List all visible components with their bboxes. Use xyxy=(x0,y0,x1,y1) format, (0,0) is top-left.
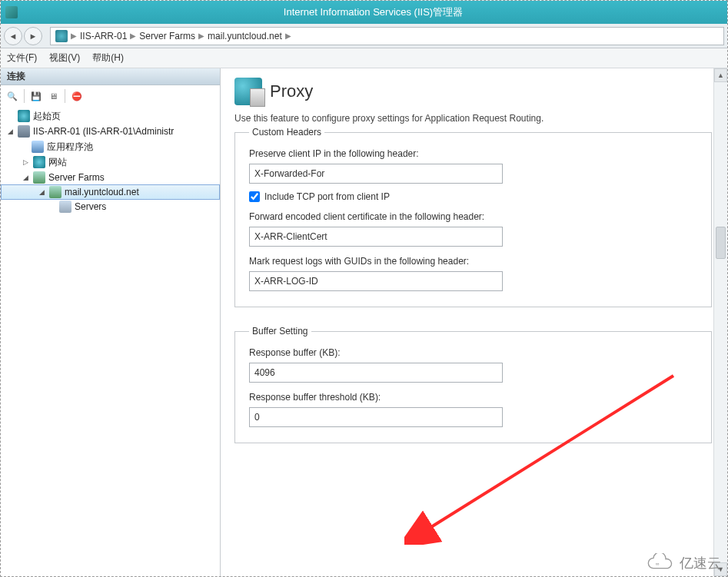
tree-app-pools[interactable]: 应用程序池 xyxy=(1,139,220,154)
tree-label: 应用程序池 xyxy=(47,141,93,154)
app-icon xyxy=(5,6,18,18)
log-guid-input[interactable] xyxy=(249,271,503,291)
tree-label: IIS-ARR-01 (IIS-ARR-01\Administr xyxy=(33,126,174,137)
vertical-scrollbar[interactable]: ▲ ▼ xyxy=(713,68,727,576)
globe-icon xyxy=(18,110,30,122)
tree-expander[interactable]: ◢ xyxy=(37,188,46,196)
preserve-ip-input[interactable] xyxy=(249,164,503,184)
svg-text:∞: ∞ xyxy=(656,561,660,566)
feature-pane: Proxy Use this feature to configure prox… xyxy=(221,68,727,576)
chevron-right-icon: ▶ xyxy=(130,32,136,40)
tree-expander[interactable]: ◢ xyxy=(5,128,15,135)
tree-expander[interactable]: ▷ xyxy=(21,158,30,166)
tree-server-farms[interactable]: ◢ Server Farms xyxy=(1,170,220,185)
nav-toolbar: ◄ ► ▶ IIS-ARR-01 ▶ Server Farms ▶ mail.y… xyxy=(1,24,727,48)
include-tcp-label: Include TCP port from client IP xyxy=(264,191,390,202)
proxy-icon xyxy=(234,78,262,105)
client-cert-input[interactable] xyxy=(249,227,503,247)
tree-label: mail.yuntcloud.net xyxy=(65,187,139,197)
servers-icon xyxy=(59,201,71,213)
save-icon[interactable]: 💾 xyxy=(29,89,43,103)
chevron-right-icon: ▶ xyxy=(285,32,291,40)
expand-icon[interactable]: 🖥 xyxy=(46,89,60,103)
farm-node-icon xyxy=(49,186,61,198)
window-title: Internet Information Services (IIS)管理器 xyxy=(24,5,723,19)
response-buffer-label: Response buffer (KB): xyxy=(249,347,697,358)
connections-header: 连接 xyxy=(1,68,220,85)
chevron-right-icon: ▶ xyxy=(198,32,204,40)
include-tcp-checkbox[interactable] xyxy=(249,191,260,202)
custom-headers-group: Custom Headers Preserve client IP in the… xyxy=(234,127,712,307)
tree-start-page[interactable]: 起始页 xyxy=(1,108,220,124)
buffer-setting-legend: Buffer Setting xyxy=(249,326,311,337)
tree-farm-selected[interactable]: ◢ mail.yuntcloud.net xyxy=(1,184,220,200)
response-buffer-threshold-label: Response buffer threshold (KB): xyxy=(249,392,697,403)
buffer-setting-group: Buffer Setting Response buffer (KB): Res… xyxy=(234,326,712,443)
stop-icon[interactable]: ⛔ xyxy=(70,89,84,103)
watermark-cloud-icon: ∞ xyxy=(644,553,675,573)
tree-label: 网站 xyxy=(48,156,67,169)
scroll-thumb[interactable] xyxy=(716,227,726,259)
connections-tree: 起始页 ◢ IIS-ARR-01 (IIS-ARR-01\Administr 应… xyxy=(1,107,220,576)
menu-bar: 文件(F) 视图(V) 帮助(H) xyxy=(1,48,727,68)
preserve-ip-label: Preserve client IP in the following head… xyxy=(249,148,697,159)
page-title: Proxy xyxy=(270,81,313,101)
site-icon xyxy=(33,156,45,168)
pool-icon xyxy=(32,141,44,153)
farm-icon xyxy=(33,171,45,184)
tree-servers[interactable]: Servers xyxy=(1,199,220,214)
tree-label: Servers xyxy=(75,201,106,212)
breadcrumb[interactable]: ▶ IIS-ARR-01 ▶ Server Farms ▶ mail.yuntc… xyxy=(50,27,724,45)
menu-view[interactable]: 视图(V) xyxy=(49,51,80,65)
chevron-right-icon: ▶ xyxy=(71,32,77,40)
client-cert-label: Forward encoded client certificate in th… xyxy=(249,211,697,222)
nav-back-button[interactable]: ◄ xyxy=(4,27,22,45)
custom-headers-legend: Custom Headers xyxy=(249,127,324,138)
breadcrumb-farms[interactable]: Server Farms xyxy=(139,31,195,41)
log-guid-label: Mark request logs with GUIDs in the foll… xyxy=(249,256,697,267)
page-heading: Proxy xyxy=(234,78,712,105)
window-titlebar: Internet Information Services (IIS)管理器 xyxy=(1,1,727,24)
breadcrumb-root-icon xyxy=(55,30,68,42)
menu-help[interactable]: 帮助(H) xyxy=(92,51,124,65)
tree-label: Server Farms xyxy=(48,172,105,183)
separator xyxy=(24,89,25,103)
watermark-text: 亿速云 xyxy=(680,554,721,572)
breadcrumb-farm-name[interactable]: mail.yuntcloud.net xyxy=(208,31,282,41)
connect-icon[interactable]: 🔍 xyxy=(5,89,19,103)
tree-host[interactable]: ◢ IIS-ARR-01 (IIS-ARR-01\Administr xyxy=(1,124,220,139)
nav-forward-button[interactable]: ► xyxy=(24,27,42,45)
include-tcp-checkbox-row[interactable]: Include TCP port from client IP xyxy=(249,191,697,202)
tree-expander[interactable]: ◢ xyxy=(21,174,30,181)
response-buffer-input[interactable] xyxy=(249,363,503,383)
watermark: ∞ 亿速云 xyxy=(644,553,721,573)
response-buffer-threshold-input[interactable] xyxy=(249,407,503,427)
separator xyxy=(65,89,65,103)
menu-file[interactable]: 文件(F) xyxy=(7,51,37,65)
tree-label: 起始页 xyxy=(33,110,61,123)
connections-panel: 连接 🔍 💾 🖥 ⛔ 起始页 ◢ IIS-ARR-01 (IIS-ARR-01\… xyxy=(1,68,221,576)
server-icon xyxy=(18,125,30,138)
breadcrumb-host[interactable]: IIS-ARR-01 xyxy=(80,31,127,41)
scroll-track[interactable] xyxy=(714,82,727,562)
page-description: Use this feature to configure proxy sett… xyxy=(234,113,712,124)
scroll-up-icon[interactable]: ▲ xyxy=(714,68,727,82)
connections-toolbar: 🔍 💾 🖥 ⛔ xyxy=(1,85,220,107)
tree-sites[interactable]: ▷ 网站 xyxy=(1,154,220,170)
